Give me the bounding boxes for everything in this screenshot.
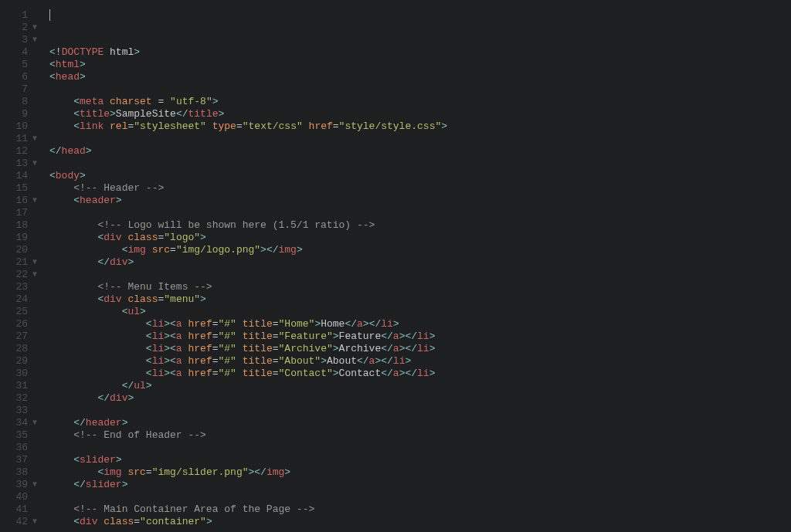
line-number[interactable]: 11 bbox=[0, 133, 28, 145]
line-number[interactable]: 17 bbox=[0, 207, 28, 219]
code-line[interactable]: <head> bbox=[49, 71, 791, 83]
code-line[interactable]: <li><a href="#" title="Home">Home</a></l… bbox=[49, 318, 791, 330]
line-number[interactable]: 15 bbox=[0, 182, 28, 195]
fold-gutter[interactable]: ▼▼▼▼▼▼▼▼▼▼ bbox=[32, 0, 43, 532]
line-number[interactable]: 13 bbox=[0, 158, 28, 170]
code-line[interactable]: <header> bbox=[49, 195, 791, 207]
fold-toggle-icon[interactable]: ▼ bbox=[32, 516, 43, 528]
code-line[interactable] bbox=[49, 491, 791, 503]
code-line[interactable]: </div> bbox=[49, 392, 791, 405]
line-number-gutter[interactable]: 1234567891011121314151617181920212223242… bbox=[0, 0, 32, 532]
fold-toggle-icon[interactable]: ▼ bbox=[32, 158, 43, 170]
code-line[interactable] bbox=[49, 158, 791, 170]
line-number[interactable]: 26 bbox=[0, 318, 28, 330]
code-line[interactable]: <slider> bbox=[49, 454, 791, 466]
code-line[interactable]: </div> bbox=[49, 256, 791, 269]
line-number[interactable]: 3 bbox=[0, 34, 28, 46]
code-line[interactable] bbox=[49, 442, 791, 454]
fold-toggle-icon[interactable]: ▼ bbox=[32, 417, 43, 429]
code-line[interactable]: <meta charset = "utf-8"> bbox=[49, 96, 791, 108]
code-line[interactable] bbox=[49, 528, 791, 532]
code-line[interactable]: </ul> bbox=[49, 380, 791, 392]
code-token bbox=[49, 182, 73, 194]
code-line[interactable]: <body> bbox=[49, 170, 791, 182]
line-number[interactable]: 35 bbox=[0, 429, 28, 442]
code-area[interactable]: <!DOCTYPE html><html><head> <meta charse… bbox=[43, 0, 791, 532]
code-line[interactable]: <img src="img/logo.png"></img> bbox=[49, 244, 791, 256]
code-line[interactable]: <div class="logo"> bbox=[49, 232, 791, 244]
code-line[interactable] bbox=[49, 133, 791, 145]
line-number[interactable]: 33 bbox=[0, 405, 28, 417]
code-line[interactable] bbox=[49, 83, 791, 96]
line-number[interactable]: 20 bbox=[0, 244, 28, 256]
line-number[interactable]: 18 bbox=[0, 219, 28, 232]
line-number[interactable]: 24 bbox=[0, 293, 28, 306]
code-line[interactable] bbox=[49, 269, 791, 281]
code-line[interactable]: <div class="container"> bbox=[49, 516, 791, 528]
code-line[interactable]: <li><a href="#" title="Contact">Contact<… bbox=[49, 368, 791, 380]
line-number[interactable]: 12 bbox=[0, 145, 28, 158]
line-number[interactable]: 31 bbox=[0, 380, 28, 392]
code-line[interactable]: <!-- Menu Items --> bbox=[49, 281, 791, 293]
line-number[interactable]: 5 bbox=[0, 59, 28, 71]
line-number[interactable]: 19 bbox=[0, 232, 28, 244]
code-line[interactable]: </header> bbox=[49, 417, 791, 429]
code-line[interactable]: <ul> bbox=[49, 306, 791, 318]
code-line[interactable]: <img src="img/slider.png"></img> bbox=[49, 466, 791, 479]
line-number[interactable]: 16 bbox=[0, 195, 28, 207]
line-number[interactable]: 1 bbox=[0, 9, 28, 22]
line-number[interactable]: 27 bbox=[0, 330, 28, 343]
code-line[interactable]: <li><a href="#" title="Archive">Archive<… bbox=[49, 343, 791, 355]
line-number[interactable]: 9 bbox=[0, 108, 28, 120]
code-line[interactable]: <!-- End of Header --> bbox=[49, 429, 791, 442]
line-number[interactable]: 34 bbox=[0, 417, 28, 429]
line-number[interactable]: 25 bbox=[0, 306, 28, 318]
code-line[interactable]: </head> bbox=[49, 145, 791, 158]
line-number[interactable]: 21 bbox=[0, 256, 28, 269]
line-number[interactable]: 6 bbox=[0, 71, 28, 83]
code-line[interactable]: <!-- Main Container Area of the Page --> bbox=[49, 503, 791, 516]
line-number[interactable]: 23 bbox=[0, 281, 28, 293]
line-number[interactable]: 10 bbox=[0, 120, 28, 133]
code-line[interactable]: <li><a href="#" title="Feature">Feature<… bbox=[49, 330, 791, 343]
code-line[interactable]: <!-- Logo will be shown here (1.5/1 rati… bbox=[49, 219, 791, 232]
line-number[interactable]: 39 bbox=[0, 479, 28, 491]
line-number[interactable]: 32 bbox=[0, 392, 28, 405]
line-number[interactable]: 29 bbox=[0, 355, 28, 368]
line-number[interactable]: 38 bbox=[0, 466, 28, 479]
line-number[interactable]: 41 bbox=[0, 503, 28, 516]
code-editor[interactable]: 1234567891011121314151617181920212223242… bbox=[0, 0, 791, 532]
line-number[interactable]: 7 bbox=[0, 83, 28, 96]
fold-toggle-icon[interactable]: ▼ bbox=[32, 22, 43, 34]
fold-toggle-icon[interactable]: ▼ bbox=[32, 269, 43, 281]
line-number[interactable]: 42 bbox=[0, 516, 28, 528]
fold-toggle-icon[interactable]: ▼ bbox=[32, 133, 43, 145]
line-number[interactable]: 4 bbox=[0, 46, 28, 59]
code-line[interactable]: <!DOCTYPE html> bbox=[49, 46, 791, 59]
fold-toggle-icon[interactable]: ▼ bbox=[32, 195, 43, 207]
code-token: a bbox=[176, 318, 182, 330]
fold-spacer bbox=[32, 170, 43, 182]
line-number[interactable]: 28 bbox=[0, 343, 28, 355]
fold-toggle-icon[interactable]: ▼ bbox=[32, 479, 43, 491]
code-line[interactable]: <title>SampleSite</title> bbox=[49, 108, 791, 120]
line-number[interactable]: 37 bbox=[0, 454, 28, 466]
code-line[interactable]: <link rel="stylesheet" type="text/css" h… bbox=[49, 120, 791, 133]
line-number[interactable]: 8 bbox=[0, 96, 28, 108]
code-line[interactable]: <html> bbox=[49, 59, 791, 71]
code-line[interactable]: </slider> bbox=[49, 479, 791, 491]
code-line[interactable] bbox=[49, 405, 791, 417]
code-token: class bbox=[127, 232, 158, 243]
line-number[interactable]: 40 bbox=[0, 491, 28, 503]
line-number[interactable]: 14 bbox=[0, 170, 28, 182]
code-line[interactable]: <!-- Header --> bbox=[49, 182, 791, 195]
line-number[interactable]: 30 bbox=[0, 368, 28, 380]
line-number[interactable]: 36 bbox=[0, 442, 28, 454]
line-number[interactable]: 2 bbox=[0, 22, 28, 34]
code-line[interactable] bbox=[49, 207, 791, 219]
code-line[interactable]: <li><a href="#" title="About">About</a><… bbox=[49, 355, 791, 368]
line-number[interactable]: 22 bbox=[0, 269, 28, 281]
code-line[interactable]: <div class="menu"> bbox=[49, 293, 791, 306]
fold-toggle-icon[interactable]: ▼ bbox=[32, 256, 43, 269]
fold-toggle-icon[interactable]: ▼ bbox=[32, 34, 43, 46]
